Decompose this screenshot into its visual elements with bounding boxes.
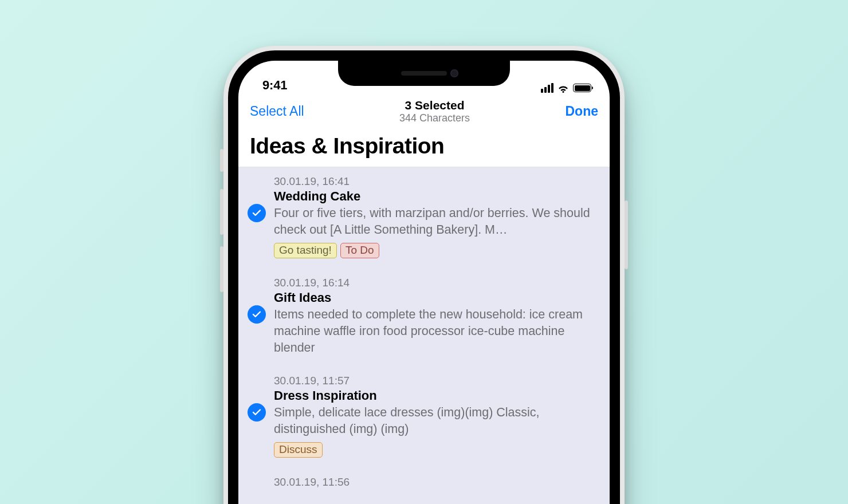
status-icons (541, 83, 591, 93)
volume-down-button (220, 246, 223, 292)
item-body: 30.01.19, 16:41 Wedding Cake Four or fiv… (274, 175, 600, 258)
page-title: Ideas & Inspiration (238, 127, 610, 167)
phone-frame: 9:41 Select All 3 Selected 344 Character… (223, 46, 625, 504)
item-title: Wedding Cake (274, 189, 600, 204)
selected-check-icon[interactable] (248, 204, 266, 222)
front-camera (450, 69, 458, 77)
select-all-button[interactable]: Select All (250, 104, 304, 119)
item-title: Dress Inspiration (274, 388, 600, 403)
item-title: Gift Ideas (274, 290, 600, 305)
selection-count: 3 Selected (304, 99, 566, 112)
item-body: 30.01.19, 11:57 Dress Inspiration Simple… (274, 375, 600, 458)
cellular-signal-icon (541, 83, 553, 93)
list-item[interactable]: 30.01.19, 16:14 Gift Ideas Items needed … (238, 269, 610, 367)
item-date: 30.01.19, 16:41 (274, 175, 600, 188)
item-preview: Simple, delicate lace dresses (img)(img)… (274, 404, 600, 438)
notes-list[interactable]: 30.01.19, 16:41 Wedding Cake Four or fiv… (238, 167, 610, 504)
item-body: 30.01.19, 16:14 Gift Ideas Items needed … (274, 277, 600, 356)
done-button[interactable]: Done (566, 104, 599, 119)
status-time: 9:41 (262, 78, 287, 93)
tag[interactable]: To Do (340, 243, 379, 258)
item-tags: Go tasting! To Do (274, 243, 600, 258)
item-preview: Four or five tiers, with marzipan and/or… (274, 205, 600, 238)
item-preview: Items needed to complete the new househo… (274, 306, 600, 356)
screen: 9:41 Select All 3 Selected 344 Character… (238, 61, 610, 504)
list-item[interactable]: 30.01.19, 11:57 Dress Inspiration Simple… (238, 367, 610, 468)
power-button (625, 200, 628, 269)
phone-bezel: 9:41 Select All 3 Selected 344 Character… (228, 50, 620, 504)
volume-up-button (220, 189, 223, 235)
tag[interactable]: Discuss (274, 442, 323, 458)
wifi-icon (557, 84, 570, 93)
selected-check-icon[interactable] (248, 403, 266, 422)
notch (338, 61, 510, 86)
nav-title-group: 3 Selected 344 Characters (304, 99, 566, 124)
speaker-grille (401, 71, 447, 76)
tag[interactable]: Go tasting! (274, 243, 337, 258)
item-date: 30.01.19, 11:56 (274, 476, 600, 489)
item-date: 30.01.19, 16:14 (274, 277, 600, 289)
selected-check-icon[interactable] (248, 305, 266, 324)
navigation-bar: Select All 3 Selected 344 Characters Don… (238, 94, 610, 127)
item-tags: Discuss (274, 442, 600, 458)
mute-switch (220, 149, 223, 172)
item-body: 30.01.19, 11:56 (274, 476, 600, 489)
character-count: 344 Characters (304, 112, 566, 124)
item-date: 30.01.19, 11:57 (274, 375, 600, 387)
battery-icon (573, 84, 591, 92)
list-item[interactable]: 30.01.19, 16:41 Wedding Cake Four or fiv… (238, 167, 610, 269)
list-item[interactable]: 30.01.19, 11:56 (238, 468, 610, 504)
